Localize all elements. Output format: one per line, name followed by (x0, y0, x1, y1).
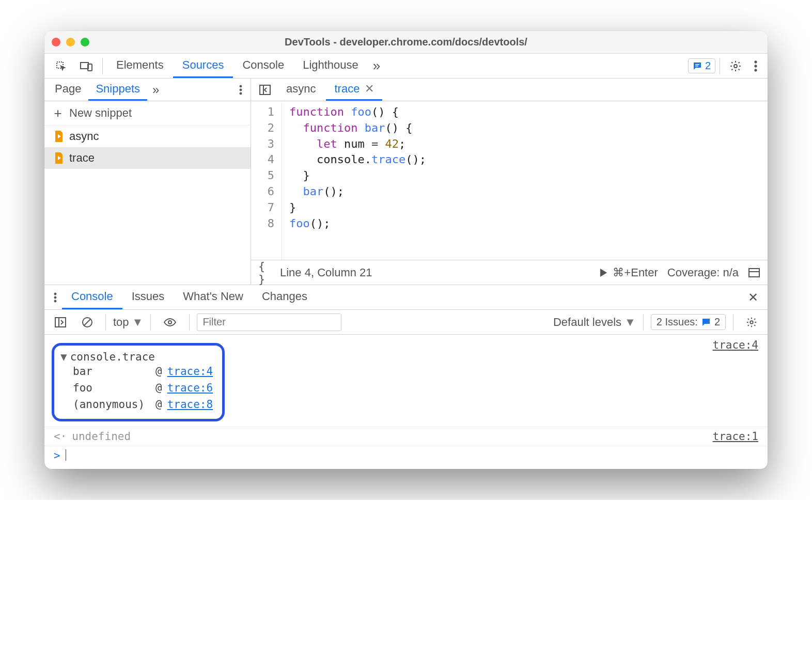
code-content: function foo() { function bar() { let nu… (282, 101, 768, 260)
line-gutter: 12345678 (251, 101, 282, 260)
editor-tab-trace[interactable]: trace ✕ (326, 79, 382, 101)
play-icon (599, 268, 607, 277)
message-icon (693, 61, 702, 71)
svg-rect-19 (55, 318, 66, 327)
snippet-item-trace[interactable]: trace (44, 147, 251, 169)
code-editor[interactable]: 12345678 function foo() { function bar()… (251, 101, 768, 260)
gear-icon (729, 60, 742, 72)
navigator-menu-button[interactable] (234, 82, 247, 98)
issues-chip-label: 2 Issues: (657, 316, 698, 328)
trace-highlight: ▼ console.trace bar @ trace:4 foo @ trac… (52, 343, 225, 421)
return-value: undefined (72, 430, 131, 443)
console-prompt[interactable]: > (44, 446, 768, 465)
navigator-tab-page[interactable]: Page (48, 79, 88, 101)
svg-line-22 (84, 319, 90, 325)
settings-button[interactable] (724, 57, 747, 75)
svg-point-24 (750, 321, 753, 324)
drawer-tab-changes[interactable]: Changes (253, 285, 317, 309)
editor-status-bar: { } Line 4, Column 21 ⌘+Enter Coverage: … (251, 260, 768, 285)
source-link[interactable]: trace:4 (712, 339, 758, 351)
svg-rect-14 (749, 269, 759, 277)
clear-console-button[interactable] (76, 314, 98, 331)
drawer-tab-console[interactable]: Console (62, 285, 122, 309)
at-symbol: @ (155, 365, 162, 378)
context-label: top (113, 316, 129, 329)
issues-indicator[interactable]: 2 (688, 58, 715, 73)
editor-tab-label: async (286, 82, 316, 96)
toggle-navigator-button[interactable] (254, 82, 276, 98)
separator (105, 314, 106, 331)
tab-lighthouse[interactable]: Lighthouse (293, 54, 368, 78)
toggle-console-sidebar-button[interactable] (50, 314, 71, 331)
more-tabs-button[interactable]: » (368, 54, 385, 78)
svg-point-17 (54, 296, 56, 299)
svg-point-9 (240, 85, 242, 87)
console-settings-button[interactable] (741, 314, 762, 331)
new-snippet-button[interactable]: + New snippet (44, 101, 251, 126)
navigator-tab-snippets[interactable]: Snippets (88, 79, 147, 101)
minimize-window-button[interactable] (66, 38, 75, 46)
more-menu-button[interactable] (749, 57, 762, 75)
show-sidebar-button[interactable] (748, 267, 760, 279)
drawer-tab-whatsnew[interactable]: What's New (174, 285, 253, 309)
frame-link[interactable]: trace:8 (167, 398, 213, 411)
frame-name: bar (73, 365, 150, 378)
frame-name: foo (73, 382, 150, 394)
sources-panes: Page Snippets » + New snippet async (44, 79, 768, 285)
maximize-window-button[interactable] (81, 38, 89, 46)
gear-icon (746, 317, 757, 328)
issues-count: 2 (705, 60, 711, 72)
svg-point-6 (755, 60, 757, 62)
drawer-menu-button[interactable] (49, 289, 62, 306)
inspect-element-button[interactable] (50, 57, 72, 75)
snippet-file-icon (54, 152, 64, 164)
close-drawer-button[interactable]: ✕ (743, 287, 763, 308)
cursor-position: Line 4, Column 21 (280, 266, 372, 279)
tab-console[interactable]: Console (233, 54, 293, 78)
live-expression-button[interactable] (158, 315, 182, 330)
close-window-button[interactable] (52, 38, 60, 46)
svg-rect-1 (81, 62, 88, 69)
trace-header[interactable]: ▼ console.trace (60, 351, 213, 363)
stack-frame: (anonymous) @ trace:8 (60, 396, 213, 413)
svg-point-11 (240, 92, 242, 95)
svg-point-16 (54, 293, 56, 295)
snippet-name: trace (69, 151, 95, 165)
svg-point-8 (755, 69, 757, 71)
navigator-more-tabs[interactable]: » (147, 80, 164, 100)
stack-frame: foo @ trace:6 (60, 380, 213, 396)
filter-input[interactable] (197, 314, 341, 331)
tab-elements[interactable]: Elements (107, 54, 173, 78)
close-tab-button[interactable]: ✕ (365, 82, 374, 96)
panel-left-icon (55, 317, 66, 327)
drawer-tab-issues[interactable]: Issues (122, 285, 174, 309)
editor-pane: async trace ✕ 12345678 function foo() { … (251, 79, 768, 285)
separator (720, 58, 720, 74)
snippet-item-async[interactable]: async (44, 126, 251, 147)
pretty-print-button[interactable]: { } (258, 267, 271, 279)
snippet-name: async (69, 130, 99, 143)
prompt-arrow-icon: > (54, 449, 60, 462)
editor-tab-async[interactable]: async (278, 79, 324, 101)
at-symbol: @ (155, 382, 162, 394)
log-level-selector[interactable]: Default levels ▼ (553, 316, 636, 329)
window-title: DevTools - developer.chrome.com/docs/dev… (44, 36, 768, 48)
separator (102, 58, 103, 74)
svg-point-18 (54, 300, 56, 302)
frame-link[interactable]: trace:6 (167, 382, 213, 394)
issues-chip[interactable]: 2 Issues: 2 (651, 314, 726, 330)
coverage-label: Coverage: n/a (667, 266, 739, 279)
text-caret (66, 449, 66, 461)
disclosure-triangle-icon[interactable]: ▼ (60, 351, 67, 363)
device-toolbar-button[interactable] (74, 57, 98, 75)
editor-tabs: async trace ✕ (251, 79, 768, 101)
drawer-tabs: Console Issues What's New Changes ✕ (44, 285, 768, 310)
eye-icon (163, 318, 177, 327)
context-selector[interactable]: top ▼ (113, 316, 143, 329)
source-link[interactable]: trace:1 (712, 430, 758, 443)
svg-rect-3 (695, 64, 699, 65)
frame-link[interactable]: trace:4 (167, 365, 213, 378)
kebab-icon (54, 292, 57, 303)
run-snippet-button[interactable]: ⌘+Enter (599, 266, 658, 279)
tab-sources[interactable]: Sources (173, 54, 233, 78)
